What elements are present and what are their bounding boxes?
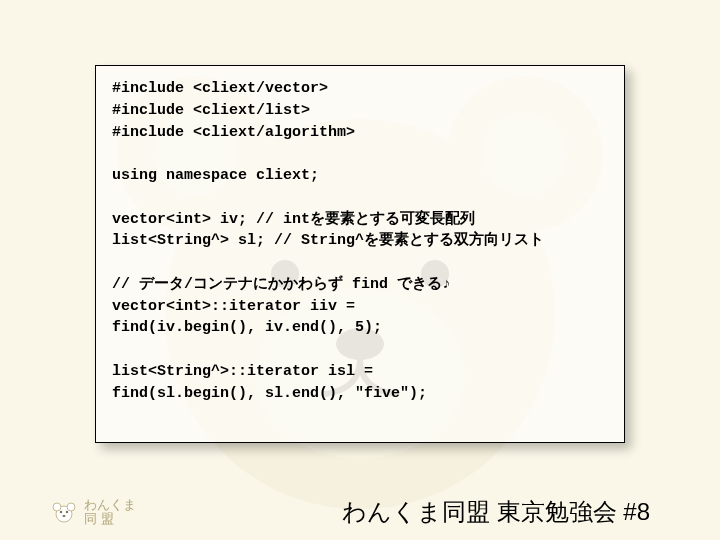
svg-point-10 xyxy=(53,503,61,511)
svg-point-14 xyxy=(62,515,65,517)
slide: #include <cliext/vector> #include <cliex… xyxy=(0,0,720,540)
code-line: vector<int> iv; // intを要素とする可変長配列 xyxy=(112,209,608,231)
code-line: list<String^>::iterator isl = xyxy=(112,361,608,383)
footer: わんくま 同盟 わんくま同盟 東京勉強会 #8 xyxy=(0,496,720,528)
logo-line-2: 同盟 xyxy=(84,512,136,526)
code-line: find(iv.begin(), iv.end(), 5); xyxy=(112,317,608,339)
code-line: using namespace cliext; xyxy=(112,165,608,187)
code-line: // データ/コンテナにかかわらず find できる♪ xyxy=(112,274,608,296)
code-line: #include <cliext/vector> xyxy=(112,78,608,100)
svg-point-13 xyxy=(66,511,68,513)
code-line: #include <cliext/list> xyxy=(112,100,608,122)
code-line xyxy=(112,339,608,361)
code-line: #include <cliext/algorithm> xyxy=(112,122,608,144)
footer-title: わんくま同盟 東京勉強会 #8 xyxy=(342,496,650,528)
code-line: find(sl.begin(), sl.end(), "five"); xyxy=(112,383,608,405)
logo-text: わんくま 同盟 xyxy=(84,498,136,527)
code-line xyxy=(112,187,608,209)
code-line xyxy=(112,143,608,165)
code-line xyxy=(112,252,608,274)
svg-point-11 xyxy=(67,503,75,511)
bear-logo-icon xyxy=(50,501,78,523)
code-line: vector<int>::iterator iiv = xyxy=(112,296,608,318)
svg-point-12 xyxy=(60,511,62,513)
logo-line-1: わんくま xyxy=(84,498,136,512)
code-block: #include <cliext/vector> #include <cliex… xyxy=(95,65,625,443)
code-line: list<String^> sl; // String^を要素とする双方向リスト xyxy=(112,230,608,252)
logo: わんくま 同盟 xyxy=(50,498,136,527)
